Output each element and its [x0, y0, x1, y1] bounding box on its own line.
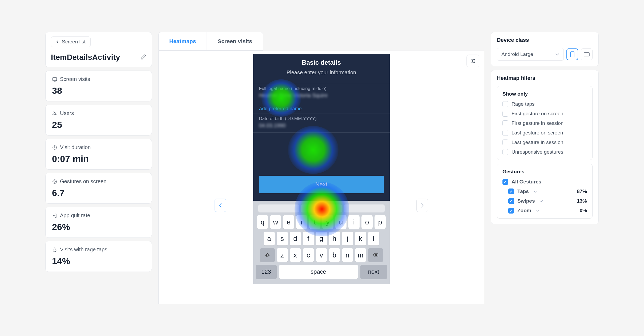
preview-field-name: Full legal name (including middle) Heath…: [253, 83, 390, 102]
stat-screen-visits: Screen visits 38: [45, 71, 152, 101]
filter-label: First gesture in session: [512, 120, 564, 126]
stat-value: 14%: [52, 256, 145, 266]
key-g: g: [316, 232, 327, 245]
key-v: v: [316, 248, 327, 262]
tab-heatmaps[interactable]: Heatmaps: [159, 32, 207, 50]
filter-first-gesture-on-screen[interactable]: First gesture on screen: [502, 111, 587, 117]
key-123: 123: [256, 265, 277, 279]
stat-gestures: Gestures on screen 6.7: [45, 173, 152, 204]
sidebar-header: Screen list ItemDetailsActivity: [45, 32, 152, 67]
tab-screen-visits[interactable]: Screen visits: [207, 32, 263, 50]
filter-label: Unresponsive gestures: [512, 149, 563, 155]
checkbox-icon: [502, 120, 508, 126]
back-label: Screen list: [62, 39, 86, 45]
checkbox-icon: [508, 208, 514, 214]
key-y: y: [322, 215, 333, 229]
checkbox-icon: [508, 198, 514, 204]
checkbox-icon: [502, 140, 508, 145]
preview-next-button: Next: [259, 176, 384, 193]
svg-point-8: [474, 62, 475, 63]
orientation-landscape[interactable]: [581, 48, 593, 60]
key-k: k: [355, 232, 366, 245]
key-e: e: [283, 215, 294, 229]
main-area: Heatmaps Screen visits Basic details Ple…: [158, 32, 484, 304]
sliders-icon: [470, 58, 476, 64]
key-x: x: [290, 248, 301, 262]
svg-point-4: [53, 179, 57, 183]
field-label: Full legal name (including middle): [259, 86, 384, 91]
target-icon: [52, 179, 57, 184]
stat-value: 25: [52, 120, 145, 130]
edit-icon[interactable]: [140, 54, 146, 61]
chevron-down-icon: [556, 53, 559, 56]
filter-label: Last gesture in session: [512, 140, 563, 145]
device-select[interactable]: Android Large: [497, 48, 564, 61]
gestures-title: Gestures: [502, 169, 587, 175]
filter-first-gesture-in-session[interactable]: First gesture in session: [502, 120, 587, 126]
key-p: p: [375, 215, 386, 229]
filter-last-gesture-on-screen[interactable]: Last gesture on screen: [502, 130, 587, 136]
gesture-label: All Gestures: [512, 179, 541, 185]
gesture-all[interactable]: All Gestures: [502, 179, 587, 185]
show-only-title: Show only: [502, 91, 587, 97]
key-next: next: [360, 265, 387, 279]
settings-button[interactable]: [466, 55, 479, 67]
clock-icon: [52, 145, 57, 150]
key-s: s: [277, 232, 288, 245]
stat-rage: Visits with rage taps 14%: [45, 241, 152, 272]
sidebar: Screen list ItemDetailsActivity Screen v…: [45, 32, 152, 304]
stat-value: 26%: [52, 222, 145, 232]
preview-keyboard: qwertyuiop asdfghjkl zxcvbnm 123 space n…: [253, 201, 390, 284]
key-a: a: [264, 232, 275, 245]
key-space: space: [279, 265, 358, 279]
checkbox-icon: [502, 111, 508, 117]
svg-rect-9: [570, 52, 574, 57]
key-i: i: [348, 215, 360, 229]
back-button[interactable]: Screen list: [51, 36, 91, 47]
stat-value: 38: [52, 85, 145, 96]
field-value: 04.03.1990: [259, 122, 384, 129]
filter-rage-taps[interactable]: Rage taps: [502, 101, 587, 107]
stat-value: 0:07 min: [52, 154, 145, 164]
key-h: h: [329, 232, 340, 245]
phone-preview: Basic details Please enter your informat…: [253, 54, 390, 284]
chevron-left-icon: [56, 40, 59, 43]
svg-point-7: [472, 60, 473, 62]
key-shift: [260, 248, 275, 262]
filter-last-gesture-in-session[interactable]: Last gesture in session: [502, 140, 587, 145]
tap-icon: [52, 247, 57, 252]
gesture-taps[interactable]: Taps87%: [508, 189, 587, 194]
right-panel: Device class Android Large Heatmap filte…: [491, 32, 599, 304]
stat-value: 6.7: [52, 188, 145, 198]
prev-screen-button[interactable]: [215, 199, 226, 212]
svg-point-5: [54, 181, 55, 182]
next-screen-button[interactable]: [416, 199, 428, 212]
tabs: Heatmaps Screen visits: [158, 32, 263, 51]
key-backspace: [368, 248, 383, 262]
svg-point-2: [55, 112, 56, 113]
key-j: j: [342, 232, 353, 245]
stat-label: Users: [60, 110, 74, 116]
checkbox-icon: [502, 179, 508, 185]
key-r: r: [296, 215, 307, 229]
stat-label: Visits with rage taps: [60, 247, 107, 253]
key-t: t: [309, 215, 320, 229]
gesture-label: Taps: [517, 189, 529, 194]
filter-label: First gesture on screen: [512, 111, 563, 117]
key-w: w: [270, 215, 281, 229]
gesture-pct: 87%: [577, 189, 587, 194]
stat-label: App quit rate: [60, 212, 90, 219]
preview-field-dob: Date of birth (DD.MM.YYYY) 04.03.1990: [253, 113, 390, 133]
gesture-swipes[interactable]: Swipes13%: [508, 198, 587, 204]
chevron-down-icon: [536, 208, 540, 213]
filters-title: Heatmap filters: [497, 75, 593, 81]
orientation-portrait[interactable]: [566, 48, 578, 60]
key-o: o: [361, 215, 373, 229]
key-c: c: [303, 248, 314, 262]
filter-unresponsive-gestures[interactable]: Unresponsive gestures: [502, 149, 587, 155]
key-d: d: [290, 232, 301, 245]
stat-users: Users 25: [45, 105, 152, 136]
filter-label: Rage taps: [512, 101, 535, 107]
checkbox-icon: [502, 130, 508, 136]
gesture-zoom[interactable]: Zoom0%: [508, 208, 587, 214]
